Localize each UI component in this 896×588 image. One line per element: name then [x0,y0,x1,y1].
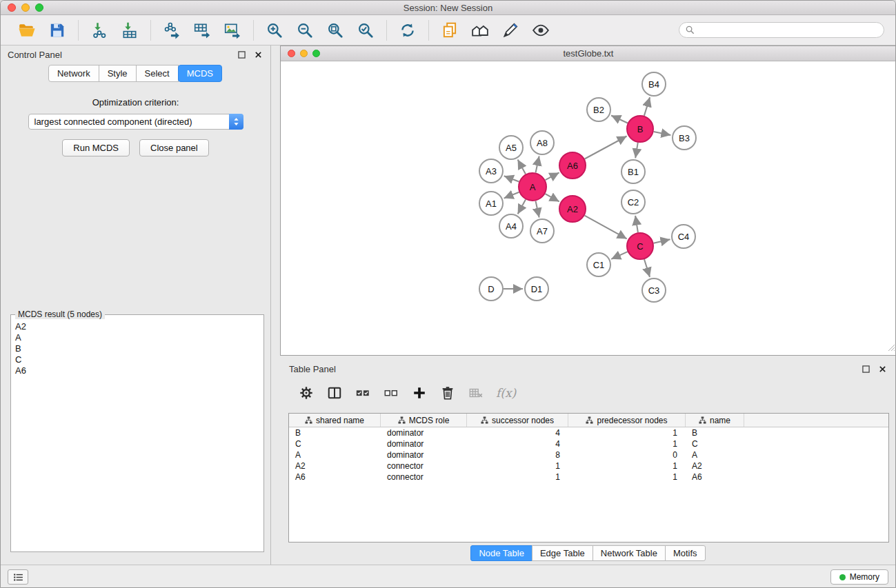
graph-node-C3[interactable]: C3 [642,278,666,302]
tab-select[interactable]: Select [136,65,179,82]
column-header-MCDS-role[interactable]: MCDS role [381,414,467,427]
graph-edge[interactable] [611,116,628,123]
search-field[interactable] [679,22,884,38]
mcds-result-item[interactable]: A6 [15,365,259,376]
mcds-result-item[interactable]: B [15,343,259,354]
open-folder-icon[interactable] [17,21,37,40]
graph-edge[interactable] [635,143,638,159]
graph-edge[interactable] [644,259,650,277]
close-panel-icon[interactable] [252,49,263,60]
graph-edge[interactable] [644,97,650,116]
gear-icon[interactable] [298,385,315,401]
mcds-result-item[interactable]: A [15,332,259,343]
graph-edge[interactable] [504,192,519,199]
function-builder-icon[interactable]: f(x) [496,386,516,400]
zoom-in-icon[interactable] [265,21,284,40]
minimize-window-button[interactable] [21,3,30,12]
tab-node-table[interactable]: Node Table [470,545,532,561]
graph-node-D1[interactable]: D1 [525,277,548,301]
zoom-out-icon[interactable] [295,21,315,40]
graph-edge[interactable] [611,252,628,259]
graph-node-B1[interactable]: B1 [621,160,645,183]
delete-table-icon[interactable] [468,385,484,401]
tab-motifs[interactable]: Motifs [665,545,706,561]
table-row[interactable]: A6connector11A6 [289,472,888,483]
delete-row-icon[interactable] [439,385,456,401]
graph-node-D[interactable]: D [479,277,503,301]
table-row[interactable]: Adominator80A [289,449,888,460]
network-graph[interactable]: B4B2BB3A5A8A6B1A3AC2A1A2A4A7C4CC1C3DD1 [281,61,896,355]
optimization-criterion-dropdown[interactable]: largest connected component (directed) [28,114,243,130]
column-header-name[interactable]: name [686,414,744,427]
deselect-all-icon[interactable] [383,385,399,401]
graph-node-A2[interactable]: A2 [559,196,586,222]
network-canvas[interactable]: B4B2BB3A5A8A6B1A3AC2A1A2A4A7C4CC1C3DD1 [281,61,896,355]
graph-node-B[interactable]: B [627,116,653,142]
add-row-icon[interactable] [411,385,428,401]
graph-node-A7[interactable]: A7 [530,219,554,243]
search-input[interactable] [698,26,878,35]
graph-edge[interactable] [545,194,559,201]
export-table-icon[interactable] [192,21,212,40]
network-minimize-button[interactable] [300,50,308,57]
network-close-button[interactable] [288,50,295,57]
task-history-button[interactable] [8,569,28,585]
tab-network[interactable]: Network [48,65,99,82]
close-table-panel-icon[interactable] [877,363,888,374]
graph-node-B4[interactable]: B4 [642,72,666,96]
graph-edge[interactable] [635,216,638,232]
resize-grip-icon[interactable] [887,342,895,354]
graph-node-A8[interactable]: A8 [530,131,554,154]
column-header-shared-name[interactable]: shared name [289,414,381,427]
import-table-file-icon[interactable] [120,21,139,40]
column-header-predecessor-nodes[interactable]: predecessor nodes [568,414,686,427]
mcds-result-item[interactable]: C [15,354,259,365]
copy-session-icon[interactable] [440,21,459,40]
graph-edge[interactable] [518,160,526,174]
table-row[interactable]: A2connector11A2 [289,460,888,472]
graph-node-B3[interactable]: B3 [673,126,696,150]
graph-edge[interactable] [504,176,519,181]
graph-node-C4[interactable]: C4 [672,225,695,248]
tab-network-table[interactable]: Network Table [593,545,666,561]
home-network-icon[interactable] [470,21,490,40]
table-row[interactable]: Cdominator41C [289,438,888,449]
graph-node-A3[interactable]: A3 [479,159,503,183]
apply-style-icon[interactable] [501,21,520,40]
memory-button[interactable]: Memory [830,569,888,585]
graph-node-A1[interactable]: A1 [479,192,503,215]
graph-node-A[interactable]: A [519,173,546,201]
graph-node-A6[interactable]: A6 [559,152,586,179]
zoom-selected-icon[interactable] [356,21,375,40]
graph-node-C1[interactable]: C1 [587,253,610,276]
graph-edge[interactable] [654,132,671,135]
tab-edge-table[interactable]: Edge Table [532,545,593,561]
graph-edge[interactable] [518,199,526,214]
export-image-icon[interactable] [223,21,242,40]
tab-mcds[interactable]: MCDS [178,65,222,82]
graph-edge[interactable] [536,156,539,173]
refresh-icon[interactable] [398,21,417,40]
graph-edge[interactable] [585,216,627,239]
graph-node-A5[interactable]: A5 [499,136,523,159]
tab-style[interactable]: Style [99,65,137,82]
graph-edge[interactable] [654,239,670,243]
graph-node-B2[interactable]: B2 [587,98,610,121]
network-maximize-button[interactable] [312,50,320,57]
graph-edge[interactable] [536,201,539,218]
table-row[interactable]: Bdominator41B [289,427,888,438]
show-hide-icon[interactable] [531,21,550,40]
close-panel-button[interactable]: Close panel [139,139,209,156]
mcds-result-item[interactable]: A2 [15,321,259,332]
import-network-file-icon[interactable] [90,21,109,40]
graph-edge[interactable] [585,136,627,159]
select-all-icon[interactable] [355,385,371,401]
column-header-successor-nodes[interactable]: successor nodes [467,414,568,427]
save-icon[interactable] [48,21,67,40]
graph-edge[interactable] [546,172,559,180]
close-window-button[interactable] [8,3,16,12]
maximize-window-button[interactable] [35,3,43,12]
graph-node-A4[interactable]: A4 [499,214,523,238]
float-panel-icon[interactable] [236,49,247,60]
zoom-fit-icon[interactable] [326,21,345,40]
